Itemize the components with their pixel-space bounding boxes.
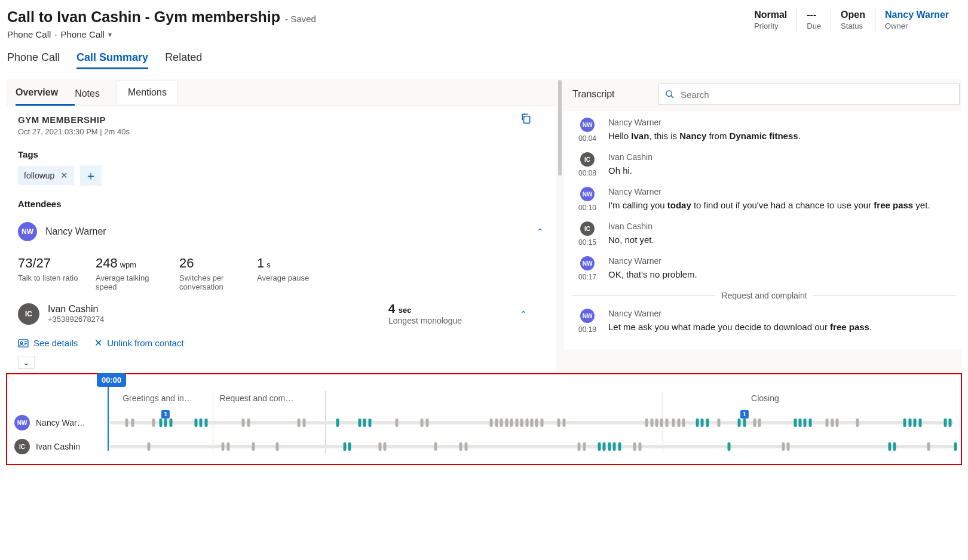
timeline-tick[interactable]	[944, 419, 946, 427]
timeline-tick[interactable]	[908, 419, 911, 427]
timeline-tick[interactable]	[531, 419, 534, 427]
timeline-tick[interactable]	[613, 442, 616, 451]
meta-owner[interactable]: Nancy Warner Owner	[875, 8, 958, 32]
tab-related[interactable]: Related	[165, 51, 202, 69]
timeline-tick[interactable]	[808, 419, 811, 427]
collapse-toggle[interactable]: ⌄	[18, 356, 35, 369]
meta-priority[interactable]: Normal Priority	[745, 8, 797, 32]
attendee-nancy[interactable]: NW Nancy Warner ⌃	[18, 219, 544, 245]
subtab-overview[interactable]: Overview	[16, 79, 75, 106]
timeline-tick[interactable]	[638, 442, 641, 451]
chevron-down-icon[interactable]: ▾	[108, 30, 112, 39]
timeline-tick[interactable]	[633, 442, 636, 451]
unlink-contact-link[interactable]: ✕ Unlink from contact	[94, 337, 183, 349]
timeline-badge[interactable]: 1	[161, 410, 170, 419]
timeline-tick[interactable]	[464, 442, 467, 451]
timeline-tick[interactable]	[701, 419, 704, 427]
timeline-tick[interactable]	[718, 419, 721, 427]
timeline-tick[interactable]	[348, 442, 351, 451]
timeline-tick[interactable]	[358, 419, 361, 427]
timeline-tick[interactable]	[510, 419, 513, 427]
attendee-ivan[interactable]: IC Ivan Cashin +353892678274 4 sec Longe…	[18, 302, 544, 325]
subtab-mentions[interactable]: Mentions	[117, 81, 178, 104]
timeline-badge[interactable]: 1	[740, 410, 749, 419]
copy-icon[interactable]	[520, 112, 532, 124]
chevron-up-icon[interactable]: ⌃	[537, 227, 544, 236]
timeline-tick[interactable]	[696, 419, 699, 427]
segment-closing[interactable]: Closing	[751, 393, 852, 403]
timeline-tick[interactable]	[200, 419, 203, 427]
timeline-tick[interactable]	[169, 419, 172, 427]
timeline-tick[interactable]	[914, 419, 917, 427]
timeline-tick[interactable]	[131, 419, 134, 427]
timeline-tick[interactable]	[856, 419, 859, 427]
track-nancy[interactable]: NW Nancy War…	[14, 415, 110, 430]
timeline-tick[interactable]	[490, 419, 493, 427]
timeline-tick[interactable]	[738, 419, 741, 427]
timeline-tick[interactable]	[888, 442, 891, 451]
subtab-notes[interactable]: Notes	[75, 80, 117, 105]
timeline-tick[interactable]	[949, 419, 952, 427]
timeline-tick[interactable]	[247, 419, 250, 427]
timeline-tick[interactable]	[836, 419, 839, 427]
timeline-tick[interactable]	[298, 419, 301, 427]
timeline-tick[interactable]	[598, 442, 601, 451]
timeline-tick[interactable]	[226, 442, 229, 451]
search-input[interactable]	[679, 89, 953, 100]
timeline-tick[interactable]	[147, 442, 150, 451]
timeline-tick[interactable]	[159, 419, 162, 427]
timeline-tick[interactable]	[425, 419, 428, 427]
tag-remove-icon[interactable]: ✕	[60, 170, 68, 181]
timeline-tick[interactable]	[672, 419, 675, 427]
timeline-tick[interactable]	[384, 442, 387, 451]
transcript-search[interactable]	[658, 84, 960, 105]
timeline-tick[interactable]	[758, 419, 761, 427]
timeline-tick[interactable]	[608, 442, 611, 451]
scrollbar[interactable]	[557, 80, 562, 373]
timeline-tick[interactable]	[787, 442, 790, 451]
timeline-tick[interactable]	[460, 442, 462, 451]
scrollbar-thumb[interactable]	[558, 80, 562, 176]
timeline-tick[interactable]	[954, 442, 957, 451]
playhead-time[interactable]: 00:00	[97, 373, 126, 387]
timeline-tick[interactable]	[343, 442, 346, 451]
timeline-tick[interactable]	[918, 419, 921, 427]
timeline-tick[interactable]	[195, 419, 198, 427]
timeline-tick[interactable]	[826, 419, 829, 427]
breadcrumb[interactable]: Phone Call · Phone Call ▾	[7, 29, 316, 39]
timeline-tick[interactable]	[505, 419, 508, 427]
timeline-tick[interactable]	[893, 442, 896, 451]
timeline-tick[interactable]	[396, 419, 399, 427]
timeline-tick[interactable]	[363, 419, 366, 427]
timeline-tick[interactable]	[204, 419, 207, 427]
timeline-tick[interactable]	[125, 419, 128, 427]
timeline-tick[interactable]	[665, 419, 668, 427]
add-tag-button[interactable]: ＋	[80, 165, 102, 186]
timeline-tick[interactable]	[660, 419, 663, 427]
timeline-tick[interactable]	[421, 419, 424, 427]
timeline-tick[interactable]	[525, 419, 528, 427]
timeline-tick[interactable]	[804, 419, 807, 427]
transcript-item[interactable]: NW00:17Nancy WarnerOK, that's no problem…	[572, 256, 956, 281]
timeline-tick[interactable]	[562, 419, 565, 427]
timeline-tick[interactable]	[706, 419, 709, 427]
timeline-track-nancy[interactable]: 11	[110, 419, 954, 427]
timeline-tick[interactable]	[728, 442, 731, 451]
timeline-track-ivan[interactable]	[110, 442, 954, 451]
meta-due[interactable]: --- Due	[797, 8, 831, 32]
timeline-tick[interactable]	[903, 419, 906, 427]
timeline-tick[interactable]	[336, 419, 339, 427]
tab-phone-call[interactable]: Phone Call	[7, 51, 60, 69]
timeline-tick[interactable]	[152, 419, 155, 427]
timeline-tick[interactable]	[831, 419, 834, 427]
timeline-tick[interactable]	[222, 442, 225, 451]
timeline-tick[interactable]	[682, 419, 685, 427]
transcript-item[interactable]: NW00:10Nancy WarnerI'm calling you today…	[572, 187, 956, 212]
timeline-tick[interactable]	[302, 419, 305, 427]
playhead-line[interactable]	[108, 385, 109, 451]
timeline-tick[interactable]	[535, 419, 538, 427]
timeline-tick[interactable]	[520, 419, 523, 427]
chevron-up-icon[interactable]: ⌃	[520, 309, 544, 319]
timeline-tick[interactable]	[794, 419, 797, 427]
timeline-tick[interactable]	[799, 419, 802, 427]
